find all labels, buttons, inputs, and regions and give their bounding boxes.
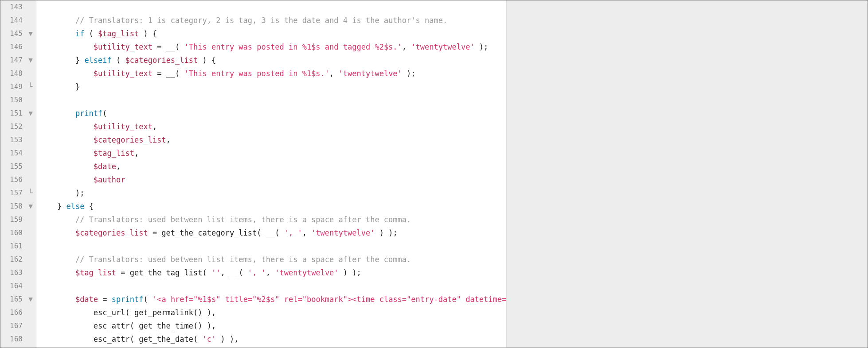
code-line[interactable]: } elseif ( $categories_list ) { (39, 54, 506, 67)
line-number: 157 (0, 186, 25, 200)
fold-marker (25, 133, 36, 147)
line-number: 160 (0, 226, 25, 240)
code-line[interactable]: $author (39, 173, 506, 186)
line-number: 145 (0, 27, 25, 40)
fold-marker (25, 93, 36, 107)
fold-toggle-icon[interactable]: ▼ (25, 107, 36, 120)
fold-marker (25, 67, 36, 80)
fold-end-icon[interactable]: └ (25, 186, 36, 200)
fold-end-icon[interactable]: └ (25, 80, 36, 93)
line-number: 155 (0, 160, 25, 173)
line-number: 144 (0, 14, 25, 27)
fold-marker (25, 240, 36, 253)
code-line[interactable] (39, 93, 506, 107)
fold-toggle-icon[interactable]: ▼ (25, 54, 36, 67)
line-number: 158 (0, 200, 25, 213)
code-line[interactable]: $utility_text = __( 'This entry was post… (39, 67, 506, 80)
fold-toggle-icon[interactable]: ▼ (25, 293, 36, 306)
line-number: 163 (0, 266, 25, 279)
code-line[interactable] (39, 279, 506, 293)
line-number: 167 (0, 319, 25, 333)
editor-gutter: 1431441451461471481491501511521531541551… (0, 0, 36, 348)
line-number: 156 (0, 173, 25, 186)
code-line[interactable]: $tag_list, (39, 147, 506, 160)
fold-toggle-icon[interactable]: ▼ (25, 200, 36, 213)
code-line[interactable]: $date, (39, 160, 506, 173)
fold-marker (25, 160, 36, 173)
code-line[interactable]: $utility_text = __( 'This entry was post… (39, 40, 506, 54)
line-number: 166 (0, 306, 25, 319)
fold-gutter: ▼▼└▼└▼▼ (25, 0, 36, 348)
line-number: 153 (0, 133, 25, 147)
line-number: 161 (0, 240, 25, 253)
code-area-wrap: // Translators: 1 is category, 2 is tag,… (36, 0, 868, 348)
fold-marker (25, 40, 36, 54)
code-line[interactable]: } (39, 80, 506, 93)
fold-marker (25, 333, 36, 346)
line-number: 162 (0, 253, 25, 266)
code-line[interactable] (39, 0, 506, 14)
fold-marker (25, 266, 36, 279)
code-line[interactable]: $categories_list, (39, 133, 506, 147)
code-line[interactable]: esc_attr( get_the_time() ), (39, 319, 506, 333)
fold-marker (25, 14, 36, 27)
line-number: 154 (0, 147, 25, 160)
line-number: 143 (0, 0, 25, 14)
fold-marker (25, 173, 36, 186)
code-line[interactable] (39, 240, 506, 253)
fold-marker (25, 226, 36, 240)
code-line[interactable]: esc_attr( get_the_date( 'c' ) ), (39, 333, 506, 346)
fold-marker (25, 213, 36, 226)
code-line[interactable]: $categories_list = get_the_category_list… (39, 226, 506, 240)
line-number: 148 (0, 67, 25, 80)
code-line[interactable]: esc_url( get_permalink() ), (39, 306, 506, 319)
editor-right-margin (506, 0, 868, 348)
code-line[interactable]: $utility_text, (39, 120, 506, 133)
line-number-gutter: 1431441451461471481491501511521531541551… (0, 0, 25, 348)
code-line[interactable]: if ( $tag_list ) { (39, 27, 506, 40)
fold-marker (25, 306, 36, 319)
code-line[interactable]: ); (39, 186, 506, 200)
fold-marker (25, 279, 36, 293)
line-number: 164 (0, 279, 25, 293)
line-number: 168 (0, 333, 25, 346)
line-number: 151 (0, 107, 25, 120)
line-number: 165 (0, 293, 25, 306)
code-line[interactable]: // Translators: used between list items,… (39, 213, 506, 226)
code-editor[interactable]: 1431441451461471481491501511521531541551… (0, 0, 868, 348)
line-number: 159 (0, 213, 25, 226)
code-line[interactable]: } else { (39, 200, 506, 213)
fold-marker (25, 0, 36, 14)
code-area[interactable]: // Translators: 1 is category, 2 is tag,… (36, 0, 506, 348)
fold-marker (25, 120, 36, 133)
line-number: 150 (0, 93, 25, 107)
line-number: 147 (0, 54, 25, 67)
code-line[interactable]: $date = sprintf( '<a href="%1$s" title="… (39, 293, 506, 306)
fold-marker (25, 319, 36, 333)
line-number: 152 (0, 120, 25, 133)
line-number: 146 (0, 40, 25, 54)
code-line[interactable]: printf( (39, 107, 506, 120)
code-line[interactable]: $tag_list = get_the_tag_list( '', __( ',… (39, 266, 506, 279)
code-line[interactable]: // Translators: 1 is category, 2 is tag,… (39, 14, 506, 27)
fold-marker (25, 147, 36, 160)
line-number: 149 (0, 80, 25, 93)
code-line[interactable]: // Translators: used between list items,… (39, 253, 506, 266)
fold-toggle-icon[interactable]: ▼ (25, 27, 36, 40)
fold-marker (25, 253, 36, 266)
